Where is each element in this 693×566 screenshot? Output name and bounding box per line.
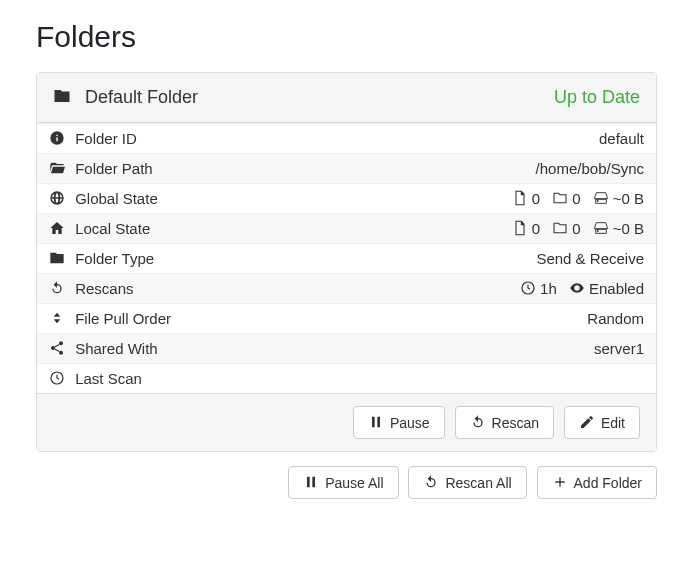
global-bytes: ~0 B (613, 190, 644, 207)
globe-icon (49, 190, 65, 207)
pause-button[interactable]: Pause (353, 406, 445, 439)
share-icon (49, 340, 65, 357)
row-folder-path: Folder Path /home/bob/Sync (37, 154, 656, 184)
rescan-all-button[interactable]: Rescan All (408, 466, 526, 499)
row-pull-order: File Pull Order Random (37, 304, 656, 334)
svg-point-2 (51, 346, 55, 350)
value: server1 (336, 334, 656, 364)
row-local-state: Local State 0 0 ~0 B (37, 214, 656, 244)
rescan-interval: 1h (540, 280, 557, 297)
local-bytes: ~0 B (613, 220, 644, 237)
value: Send & Receive (336, 244, 656, 274)
folder-status: Up to Date (554, 87, 640, 108)
add-folder-label: Add Folder (574, 475, 642, 491)
page-title: Folders (36, 20, 657, 54)
add-folder-button[interactable]: Add Folder (537, 466, 657, 499)
folder-details-table: Folder ID default Folder Path /home/bob/… (37, 123, 656, 393)
value: /home/bob/Sync (336, 154, 656, 184)
info-icon (49, 130, 65, 147)
label: Local State (75, 220, 150, 237)
refresh-icon (470, 414, 486, 431)
global-dirs: 0 (572, 190, 580, 207)
refresh-icon (423, 474, 439, 491)
row-rescans: Rescans 1h Enabled (37, 274, 656, 304)
row-shared-with: Shared With server1 (37, 334, 656, 364)
global-files: 0 (532, 190, 540, 207)
rescan-all-label: Rescan All (445, 475, 511, 491)
folder-header[interactable]: Default Folder Up to Date (37, 73, 656, 123)
value (336, 364, 656, 394)
pause-icon (368, 414, 384, 431)
folder-open-icon (49, 160, 65, 177)
local-files: 0 (532, 220, 540, 237)
hdd-icon (593, 220, 609, 237)
svg-point-1 (59, 341, 63, 345)
pause-label: Pause (390, 415, 430, 431)
folder-footer: Pause Rescan Edit (37, 393, 656, 451)
rescan-watch: Enabled (589, 280, 644, 297)
label: Folder Path (75, 160, 153, 177)
folder-name: Default Folder (85, 87, 554, 108)
file-icon (512, 220, 528, 237)
pencil-icon (579, 414, 595, 431)
pause-icon (303, 474, 319, 491)
value: default (336, 124, 656, 154)
label: Global State (75, 190, 158, 207)
value: Random (336, 304, 656, 334)
rescan-label: Rescan (492, 415, 539, 431)
local-dirs: 0 (572, 220, 580, 237)
label: File Pull Order (75, 310, 171, 327)
edit-label: Edit (601, 415, 625, 431)
label: Folder Type (75, 250, 154, 267)
clock-icon (49, 370, 65, 387)
label: Last Scan (75, 370, 142, 387)
svg-point-3 (59, 351, 63, 355)
refresh-icon (49, 280, 65, 297)
global-buttons: Pause All Rescan All Add Folder (36, 466, 657, 499)
folder-small-icon (552, 220, 568, 237)
pause-all-button[interactable]: Pause All (288, 466, 398, 499)
rescan-button[interactable]: Rescan (455, 406, 554, 439)
clock-icon (520, 280, 536, 297)
folder-small-icon (552, 190, 568, 207)
eye-icon (569, 280, 585, 297)
folder-icon (53, 87, 71, 108)
label: Rescans (75, 280, 133, 297)
row-global-state: Global State 0 0 ~0 B (37, 184, 656, 214)
hdd-icon (593, 190, 609, 207)
row-last-scan: Last Scan (37, 364, 656, 394)
label: Shared With (75, 340, 158, 357)
edit-button[interactable]: Edit (564, 406, 640, 439)
plus-icon (552, 474, 568, 491)
row-folder-id: Folder ID default (37, 124, 656, 154)
row-folder-type: Folder Type Send & Receive (37, 244, 656, 274)
pause-all-label: Pause All (325, 475, 383, 491)
file-icon (512, 190, 528, 207)
folder-filled-icon (49, 250, 65, 267)
folder-panel: Default Folder Up to Date Folder ID defa… (36, 72, 657, 452)
label: Folder ID (75, 130, 137, 147)
home-icon (49, 220, 65, 237)
sort-icon (49, 310, 65, 327)
